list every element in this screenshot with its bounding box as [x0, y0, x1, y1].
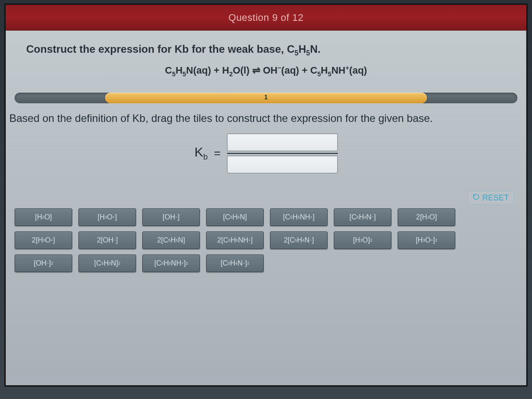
tile-c5h5n[interactable]: [C5H5N] — [206, 208, 264, 226]
question-counter: Question 9 of 12 — [228, 12, 303, 23]
tile-2h2o[interactable]: 2[H2O] — [398, 208, 455, 226]
tile-c5h5nh+[interactable]: [C5H5NH+] — [270, 208, 328, 226]
tile-c5h5nh+-sq[interactable]: [C5H5NH+]2 — [142, 254, 200, 272]
progress-track: 1 — [15, 93, 517, 103]
tile-2c5h4n-[interactable]: 2[C5H4N−] — [270, 231, 328, 249]
kb-label: Kb — [194, 145, 207, 162]
tile-h2o[interactable]: [H2O] — [15, 208, 72, 226]
numerator-drop-slot[interactable] — [227, 133, 338, 151]
question-header: Question 9 of 12 — [6, 5, 526, 31]
question-frame: Question 9 of 12 Construct the expressio… — [5, 4, 527, 386]
denominator-drop-slot[interactable] — [227, 156, 338, 173]
reset-icon — [473, 193, 480, 203]
tile-2h3o+[interactable]: 2[H3O+] — [15, 231, 72, 249]
tile-c5h4n--sq[interactable]: [C5H4N−]2 — [206, 254, 264, 272]
equilibrium-equation: C5H5N(aq) + H2O(l) ⇌ OH−(aq) + C5H5NH+(a… — [26, 64, 506, 78]
tile-oh--sq[interactable]: [OH−]2 — [15, 254, 72, 272]
tile-h3o+-sq[interactable]: [H3O+]2 — [398, 231, 455, 249]
kb-expression-area: Kb = — [6, 133, 526, 173]
reset-label: RESET — [482, 193, 509, 203]
progress-step-label: 1 — [264, 94, 268, 101]
tile-h2o-sq[interactable]: [H2O]2 — [334, 231, 391, 249]
tile-c5h5n-sq[interactable]: [C5H5N]2 — [78, 254, 136, 272]
prompt-text: Construct the expression for Kb for the … — [26, 43, 506, 57]
instruction-text: Based on the definition of Kb, drag the … — [6, 112, 526, 133]
tile-c5h4n-[interactable]: [C5H4N−] — [334, 208, 391, 226]
prompt-area: Construct the expression for Kb for the … — [6, 31, 526, 92]
tile-oh-[interactable]: [OH−] — [142, 208, 200, 226]
tile-2oh-[interactable]: 2[OH−] — [78, 231, 136, 249]
tile-2c5h5n[interactable]: 2[C5H5N] — [142, 231, 200, 249]
fraction-line — [227, 153, 338, 154]
tiles-area: [H2O][H3O+][OH−][C5H5N][C5H5NH+][C5H4N−]… — [6, 208, 526, 281]
tile-2c5h5nh+[interactable]: 2[C5H5NH+] — [206, 231, 264, 249]
fraction — [227, 133, 338, 173]
tile-h3o+[interactable]: [H3O+] — [78, 208, 136, 226]
progress-bar: 1 — [15, 92, 517, 104]
reset-button[interactable]: RESET — [468, 191, 514, 205]
reset-row: RESET — [6, 191, 526, 208]
equals-sign: = — [214, 146, 220, 160]
